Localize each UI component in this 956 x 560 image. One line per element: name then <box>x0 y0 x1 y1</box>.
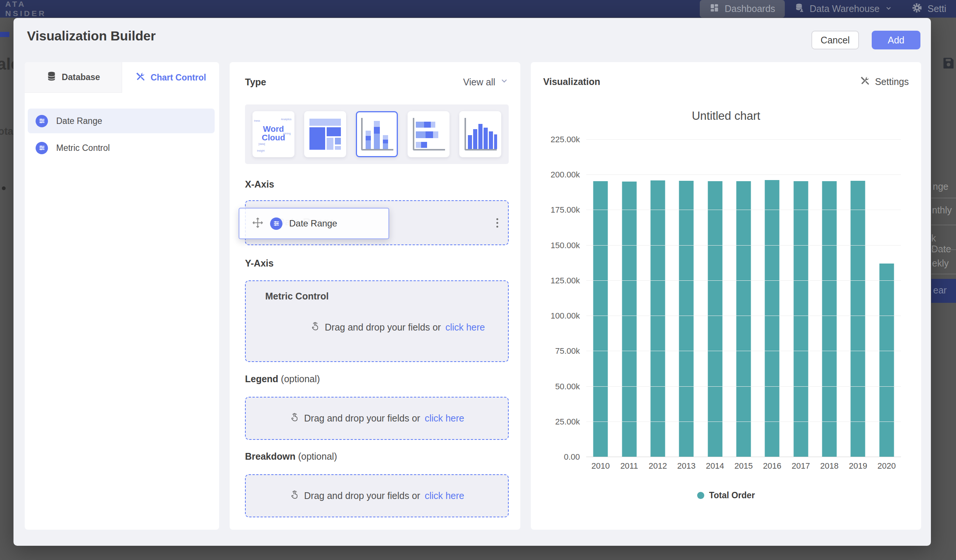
nav-settings-label: Setti <box>928 3 946 14</box>
y-tick-label: 50.00k <box>527 382 580 392</box>
background-text-fragment: nthly <box>932 205 952 216</box>
nav-dashboards-label: Dashboards <box>725 3 775 14</box>
nav-data-warehouse[interactable]: Data Warehouse <box>785 0 902 17</box>
bar <box>793 181 808 457</box>
legend-dot <box>697 492 704 499</box>
word-cloud-text: Cloud <box>253 133 294 142</box>
top-nav: ATA NSIDER Dashboards Data Warehouse <box>0 0 956 17</box>
x-tick-label: 2011 <box>615 461 643 471</box>
x-tick-label: 2016 <box>758 461 786 471</box>
view-all-dropdown[interactable]: View all <box>463 76 509 88</box>
gridline <box>586 315 901 316</box>
x-axis-labels: 2010201120122013201420152016201720182019… <box>586 461 901 471</box>
bars-container <box>586 139 901 457</box>
nav-data-warehouse-label: Data Warehouse <box>810 3 880 14</box>
cancel-button[interactable]: Cancel <box>811 31 859 49</box>
field-item-label: Metric Control <box>56 143 110 153</box>
x-tick-label: 2012 <box>643 461 672 471</box>
save-icon <box>942 56 955 71</box>
drop-hint-text: Drag and drop your fields or <box>304 490 420 501</box>
field-item-metric-control[interactable]: Metric Control <box>28 135 215 160</box>
tools-icon <box>135 72 145 84</box>
bar <box>736 181 751 457</box>
sliders-icon <box>270 218 283 230</box>
nav-settings[interactable]: Setti <box>902 0 956 17</box>
legend-series-label: Total Order <box>709 490 755 500</box>
word-cloud-text: Word <box>253 125 294 133</box>
dashboard-icon <box>709 3 719 15</box>
view-all-label: View all <box>463 77 495 88</box>
chart-type-stacked-bar[interactable] <box>407 111 450 157</box>
add-button[interactable]: Add <box>872 31 920 49</box>
nav-dashboards[interactable]: Dashboards <box>700 0 785 17</box>
settings-button[interactable]: Settings <box>860 75 909 88</box>
x-tick-label: 2013 <box>672 461 701 471</box>
click-here-link[interactable]: click here <box>425 413 464 424</box>
fields-panel: Database Chart Control Date Range Met <box>25 62 219 530</box>
legend-optional-label: (optional) <box>281 373 320 384</box>
y-tick-label: 225.00k <box>527 135 580 144</box>
x-tick-label: 2017 <box>787 461 815 471</box>
tab-database-label: Database <box>62 72 100 82</box>
field-item-label: Date Range <box>56 116 102 126</box>
legend-label: Legend <box>245 373 278 384</box>
breakdown-optional-label: (optional) <box>298 451 337 461</box>
background-text-fragment: ekly <box>932 258 948 269</box>
chart-type-treemap[interactable] <box>304 111 346 157</box>
x-axis-dropzone[interactable]: Date Range Date Range <box>245 200 509 245</box>
gridline <box>586 174 901 175</box>
tab-chart-control[interactable]: Chart Control <box>122 62 219 93</box>
tab-database[interactable]: Database <box>25 62 122 93</box>
tap-icon <box>310 321 320 334</box>
y-tick-label: 150.00k <box>527 241 580 251</box>
type-section-label: Type <box>245 77 266 88</box>
y-axis-section-label: Y-Axis <box>245 258 509 269</box>
bar <box>765 180 780 457</box>
sliders-icon <box>36 142 48 154</box>
y-tick-label: 175.00k <box>527 205 580 215</box>
click-here-link[interactable]: click here <box>445 322 485 333</box>
gridline <box>586 386 901 387</box>
gridline <box>586 210 901 210</box>
legend-section-label: Legend (optional) <box>245 373 509 384</box>
chevron-down-icon <box>885 3 892 14</box>
x-tick-label: 2015 <box>730 461 758 471</box>
drop-hint-text: Drag and drop your fields or <box>304 413 420 424</box>
chart-type-stacked-column[interactable] <box>356 111 398 157</box>
background-selected-year-chip: ear <box>931 279 956 303</box>
background-text-fragment: ota <box>0 126 14 137</box>
chart-type-column[interactable] <box>459 111 501 157</box>
background-right-column: nge nthly k Date ekly ear <box>931 17 956 560</box>
y-tick-label: 0.00 <box>527 452 580 462</box>
database-icon <box>46 71 57 83</box>
tab-chart-control-label: Chart Control <box>151 73 206 83</box>
breakdown-section-label: Breakdown (optional) <box>245 451 509 462</box>
chart-legend: Total Order <box>531 490 921 500</box>
chevron-down-icon <box>500 76 509 88</box>
breakdown-dropzone[interactable]: Drag and drop your fields or click here <box>245 474 509 517</box>
tools-icon <box>860 75 870 88</box>
gridline <box>586 139 901 140</box>
kebab-menu-icon[interactable] <box>496 218 498 227</box>
visualization-header: Visualization <box>543 76 600 87</box>
bar <box>622 182 637 457</box>
legend-dropzone[interactable]: Drag and drop your fields or click here <box>245 397 509 440</box>
tap-icon <box>289 489 300 502</box>
field-item-date-range[interactable]: Date Range <box>28 108 215 133</box>
move-icon <box>252 217 263 230</box>
modal-title: Visualization Builder <box>27 28 156 44</box>
x-tick-label: 2010 <box>586 461 615 471</box>
brand-logo: ATA NSIDER <box>5 0 46 18</box>
background-text-fragment: ear <box>933 285 947 296</box>
background-bullet-dot <box>2 187 6 190</box>
date-range-drag-card[interactable]: Date Range <box>239 208 389 239</box>
x-tick-label: 2018 <box>815 461 844 471</box>
bar <box>593 181 608 457</box>
bar <box>708 181 722 457</box>
y-axis-dropzone[interactable]: Metric Control Drag and drop your fields… <box>245 280 509 362</box>
bar <box>679 181 694 457</box>
chart-type-word-cloud[interactable]: iness Analytics [data] mining insight Wo… <box>253 111 294 157</box>
drag-card-label: Date Range <box>289 218 337 229</box>
click-here-link[interactable]: click here <box>425 490 464 501</box>
x-axis-section-label: X-Axis <box>245 179 509 190</box>
